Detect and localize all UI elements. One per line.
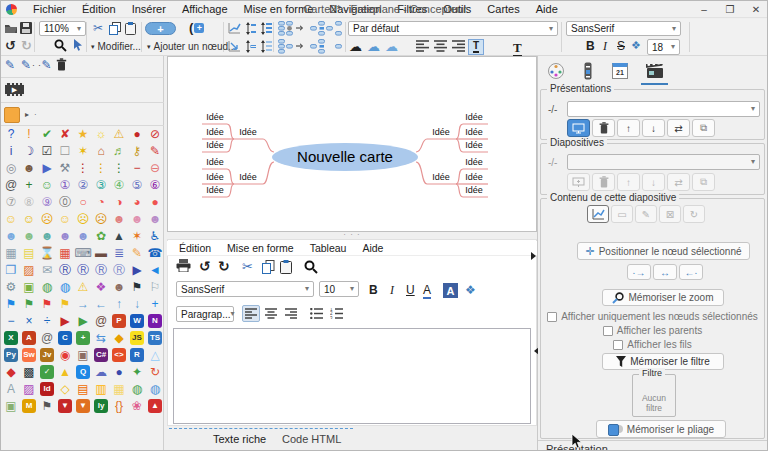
add-node-bracket-icon[interactable]: ( + (189, 21, 204, 34)
note-menu-aide[interactable]: Aide (362, 242, 383, 254)
palette-icon[interactable]: + (20, 177, 38, 194)
dot-edit-style-icon[interactable]: ∙ ✎ (38, 59, 52, 71)
palette-icon[interactable]: ◇ (56, 381, 74, 398)
zoom-combobox[interactable]: 110% ▾ (39, 21, 86, 36)
palette-icon[interactable]: Ⓡ (74, 262, 92, 279)
palette-icon[interactable]: ☁ (92, 364, 110, 381)
palette-icon[interactable]: ▶ (74, 313, 92, 330)
palette-icon[interactable]: ÷ (38, 313, 56, 330)
palette-icon[interactable]: ▶ (128, 262, 146, 279)
print-icon[interactable] (176, 259, 191, 272)
palette-icon[interactable]: ☻ (128, 211, 146, 228)
palette-icon[interactable]: ▶ (38, 160, 56, 177)
open-map-icon[interactable] (4, 22, 18, 34)
palette-icon[interactable]: R (130, 348, 144, 362)
copy-icon[interactable] (109, 22, 121, 35)
palette-icon[interactable]: @ (92, 313, 110, 330)
palette-icon[interactable]: ☻ (2, 228, 20, 245)
palette-icon[interactable]: ⚑ (2, 296, 20, 313)
note-menu-edition[interactable]: Édition (179, 242, 211, 254)
palette-icon[interactable]: × (20, 313, 38, 330)
palette-icon[interactable]: ☎ (146, 245, 164, 262)
palette-icon[interactable]: i (2, 143, 20, 160)
note-numbered-list-button[interactable]: 123 (327, 305, 345, 322)
map-node-label[interactable]: Idée (432, 127, 450, 137)
palette-icon[interactable]: ○ (74, 194, 92, 211)
palette-icon[interactable]: W (130, 314, 144, 328)
cloud-icon[interactable]: ☁ (349, 40, 362, 53)
palette-icon[interactable]: ✔ (38, 126, 56, 143)
palette-icon[interactable]: ♿ (146, 228, 164, 245)
node-color-icon[interactable]: ❖ (631, 40, 641, 51)
palette-icon[interactable]: ⚑ (128, 279, 146, 296)
search-icon[interactable] (54, 39, 67, 52)
map-node-label[interactable]: Idée (206, 140, 224, 150)
palette-icon[interactable]: ⑥ (146, 177, 164, 194)
palette-icon[interactable]: M (22, 399, 36, 413)
paste-icon[interactable] (125, 22, 136, 35)
menu-navigation[interactable]: Navigation (321, 3, 389, 15)
palette-icon[interactable]: ☽ (20, 143, 38, 160)
note-bold-button[interactable]: B (369, 283, 378, 297)
note-paste-icon[interactable] (280, 260, 292, 274)
palette-icon[interactable]: ▤ (20, 245, 38, 262)
palette-icon[interactable]: ④ (110, 177, 128, 194)
palette-icon[interactable]: ☑ (38, 143, 56, 160)
palette-icon[interactable]: Q (76, 365, 90, 379)
palette-icon[interactable]: ▨ (20, 262, 38, 279)
palette-icon[interactable]: ⊖ (146, 160, 164, 177)
palette-icon[interactable]: → (74, 296, 92, 313)
map-node-label[interactable]: Idée (206, 172, 224, 182)
palette-icon[interactable]: ☺ (38, 177, 56, 194)
node-spacing-narrow-icon[interactable] (244, 40, 256, 53)
palette-icon[interactable]: ● (110, 364, 128, 381)
note-size-combobox[interactable]: 10 ▾ (319, 281, 359, 297)
note-remove-format-button[interactable]: ❖ (465, 284, 476, 296)
palette-icon[interactable]: ⋮ (110, 160, 128, 177)
palette-icon[interactable]: ☻ (20, 228, 38, 245)
menu-fichier[interactable]: Fichier (25, 3, 74, 15)
expand-icon[interactable]: ▸ (25, 111, 29, 119)
palette-icon[interactable]: A (22, 331, 36, 345)
note-italic-button[interactable]: I (390, 283, 394, 298)
new-slide-button[interactable] (567, 173, 590, 191)
palette-icon[interactable]: ❐ (2, 262, 20, 279)
note-align-center-button[interactable] (262, 305, 280, 322)
checkbox[interactable] (547, 312, 557, 322)
palette-icon[interactable]: ◆ (110, 330, 128, 347)
italic-button[interactable]: I (603, 40, 607, 52)
palette-icon[interactable]: ⇆ (92, 330, 110, 347)
new-presentation-button[interactable] (567, 119, 590, 137)
palette-icon[interactable]: ◍ (38, 279, 56, 296)
palette-icon[interactable]: ↑ (110, 296, 128, 313)
map-node-label[interactable]: Idée (206, 127, 224, 137)
map-canvas[interactable]: Nouvelle carte Idée Idée Idée Idée Idée … (167, 56, 537, 232)
move-slide-down-button[interactable]: ↓ (642, 173, 665, 191)
palette-icon[interactable]: Py (4, 348, 18, 362)
menu-aide[interactable]: Aide (528, 3, 566, 15)
palette-icon[interactable]: + (146, 296, 164, 313)
palette-icon[interactable]: ▦ (2, 245, 20, 262)
palette-icon[interactable]: ● (146, 194, 164, 211)
palette-icon[interactable]: ▲ (56, 364, 74, 381)
palette-icon[interactable]: − (2, 313, 20, 330)
palette-icon[interactable]: ✿ (92, 228, 110, 245)
palette-icon[interactable]: ✎ (146, 143, 164, 160)
palette-icon[interactable]: A (2, 381, 20, 398)
palette-icon[interactable]: JS (130, 331, 144, 345)
copy-slide-button[interactable]: ⧉ (692, 173, 715, 191)
delete-icon[interactable] (56, 58, 67, 71)
cut-icon[interactable]: ✂ (93, 22, 103, 34)
note-redo-icon[interactable]: ↻ (218, 259, 230, 273)
nav-first-button[interactable]: ∙→ (627, 264, 651, 280)
map-node-label[interactable]: Idée (206, 157, 224, 167)
palette-icon[interactable]: ◆ (2, 364, 20, 381)
note-align-right-button[interactable] (282, 305, 300, 322)
map-node-label[interactable]: Idée (465, 172, 483, 182)
map-node-label[interactable]: Idée (465, 127, 483, 137)
palette-icon[interactable]: X (4, 331, 18, 345)
map-node-label[interactable]: Idée (206, 185, 224, 195)
format-branch-group-icon[interactable] (310, 39, 342, 54)
node-text-format-icon[interactable]: T (513, 40, 522, 56)
map-node-label[interactable]: Idée (239, 172, 257, 182)
